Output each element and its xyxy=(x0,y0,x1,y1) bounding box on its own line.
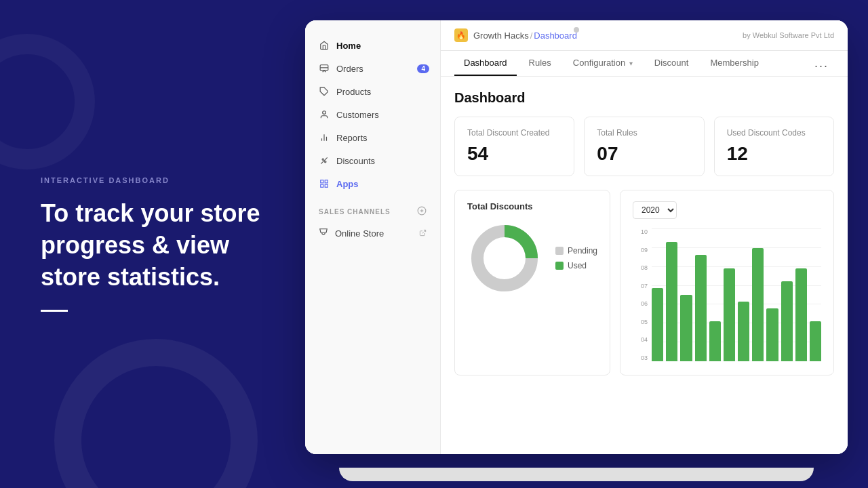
circle-decor-1 xyxy=(54,339,258,488)
sidebar-item-orders[interactable]: Orders 4 xyxy=(305,57,440,80)
sidebar-item-orders-label: Orders xyxy=(336,64,363,74)
sidebar-item-products[interactable]: Products xyxy=(305,80,440,103)
external-link-icon xyxy=(419,229,427,238)
stats-row: Total Discount Created 54 Total Rules 07… xyxy=(454,117,834,176)
online-store-label: Online Store xyxy=(335,228,384,239)
tab-configuration[interactable]: Configuration ▾ xyxy=(564,51,642,76)
bar-Feb xyxy=(666,242,677,361)
stat-label-2: Used Discount Codes xyxy=(727,128,821,138)
subtitle: INTERACTIVE DASHBOARD xyxy=(41,176,278,184)
svg-line-9 xyxy=(321,157,327,163)
bar-Apr xyxy=(695,255,707,361)
year-select[interactable]: 2020 2019 2021 xyxy=(633,201,677,219)
donut-wrapper: Pending Used xyxy=(467,221,597,296)
app-header: 🔥 Growth Hacks/Dashboard by Webkul Softw… xyxy=(441,20,848,51)
sidebar-item-home[interactable]: Home xyxy=(305,34,440,57)
nav-tabs: Dashboard Rules Configuration ▾ Discount… xyxy=(441,51,848,77)
sidebar-item-home-label: Home xyxy=(336,41,361,51)
bar-Jun xyxy=(724,268,735,361)
home-icon xyxy=(319,40,330,51)
bar-May xyxy=(709,321,721,361)
laptop-container: Home Orders 4 Products xyxy=(305,20,868,481)
breadcrumb-separator: / xyxy=(530,30,533,41)
breadcrumb-app-name: Growth Hacks xyxy=(473,30,529,41)
tab-rules-label: Rules xyxy=(529,58,551,68)
tab-membership[interactable]: Membership xyxy=(701,51,768,76)
y-label-06: 06 xyxy=(633,300,648,307)
dashboard-title: Dashboard xyxy=(454,90,834,106)
tab-dashboard[interactable]: Dashboard xyxy=(454,51,517,76)
bar-Oct xyxy=(781,281,793,361)
tab-discount[interactable]: Discount xyxy=(645,51,698,76)
app-content: Home Orders 4 Products xyxy=(305,20,848,454)
svg-rect-13 xyxy=(325,184,328,187)
y-label-08: 08 xyxy=(633,264,648,271)
svg-rect-12 xyxy=(321,184,323,187)
legend-item-pending: Pending xyxy=(555,246,597,256)
stat-label-0: Total Discount Created xyxy=(467,128,561,138)
reports-icon xyxy=(319,132,330,143)
stat-value-2: 12 xyxy=(727,143,821,165)
laptop-base xyxy=(339,468,814,481)
svg-point-7 xyxy=(322,159,323,160)
svg-rect-10 xyxy=(321,180,323,183)
laptop-notch xyxy=(574,27,579,33)
add-channel-icon[interactable] xyxy=(417,206,427,218)
stat-value-1: 07 xyxy=(597,143,691,165)
legend-item-used: Used xyxy=(555,261,597,270)
stat-card-1: Total Rules 07 xyxy=(584,117,704,176)
stat-card-2: Used Discount Codes 12 xyxy=(714,117,834,176)
svg-point-8 xyxy=(325,161,326,163)
tab-dashboard-label: Dashboard xyxy=(464,58,507,68)
sales-channels-section: SALES CHANNELS xyxy=(305,195,440,222)
sidebar-item-apps[interactable]: Apps xyxy=(305,172,440,195)
charts-row: Total Discounts xyxy=(454,190,834,375)
app-logo: 🔥 xyxy=(454,28,468,42)
discounts-icon xyxy=(319,155,330,166)
sidebar-item-customers[interactable]: Customers xyxy=(305,103,440,126)
y-label-04: 04 xyxy=(633,336,648,343)
orders-badge: 4 xyxy=(417,64,429,73)
bar-Sep xyxy=(766,308,778,361)
bars-container xyxy=(652,228,821,361)
breadcrumb-page-name: Dashboard xyxy=(534,30,577,41)
laptop-screen: Home Orders 4 Products xyxy=(305,20,848,454)
donut-svg xyxy=(467,221,542,296)
stat-label-1: Total Rules xyxy=(597,128,691,138)
bar-Mar xyxy=(680,295,692,361)
stat-value-0: 54 xyxy=(467,143,561,165)
circle-decor-2 xyxy=(0,34,95,169)
bar-card-header: 2020 2019 2021 xyxy=(633,201,821,219)
donut-card-title: Total Discounts xyxy=(467,201,597,211)
sidebar: Home Orders 4 Products xyxy=(305,20,441,454)
tab-rules[interactable]: Rules xyxy=(519,51,561,76)
customers-icon xyxy=(319,109,330,120)
legend-label-used: Used xyxy=(568,261,587,270)
sidebar-item-apps-label: Apps xyxy=(336,179,359,189)
header-left: 🔥 Growth Hacks/Dashboard xyxy=(454,28,577,42)
orders-icon xyxy=(319,63,330,74)
sidebar-item-discounts[interactable]: Discounts xyxy=(305,149,440,172)
bar-Jul xyxy=(738,302,749,361)
divider xyxy=(41,310,68,312)
svg-point-3 xyxy=(323,111,326,115)
donut-legend: Pending Used xyxy=(555,246,597,270)
y-label-10: 10 xyxy=(633,228,648,235)
tab-membership-label: Membership xyxy=(710,58,759,68)
sidebar-item-reports-label: Reports xyxy=(336,133,368,143)
bar-Dec xyxy=(810,321,821,361)
main-text: To track your store progress & view stor… xyxy=(41,198,278,293)
legend-dot-pending xyxy=(555,247,564,255)
y-label-03: 03 xyxy=(633,354,648,361)
nav-more[interactable]: ... xyxy=(809,51,834,76)
left-panel: INTERACTIVE DASHBOARD To track your stor… xyxy=(0,0,319,488)
sidebar-item-discounts-label: Discounts xyxy=(336,156,375,166)
tab-configuration-label: Configuration xyxy=(573,58,625,68)
sidebar-item-reports[interactable]: Reports xyxy=(305,126,440,149)
sidebar-item-online-store[interactable]: Online Store xyxy=(305,222,440,245)
y-label-07: 07 xyxy=(633,283,648,289)
bar-card: 2020 2019 2021 10 09 08 07 xyxy=(620,190,834,375)
bar-Aug xyxy=(752,248,764,361)
donut-card: Total Discounts xyxy=(454,190,610,375)
svg-rect-11 xyxy=(325,180,328,183)
